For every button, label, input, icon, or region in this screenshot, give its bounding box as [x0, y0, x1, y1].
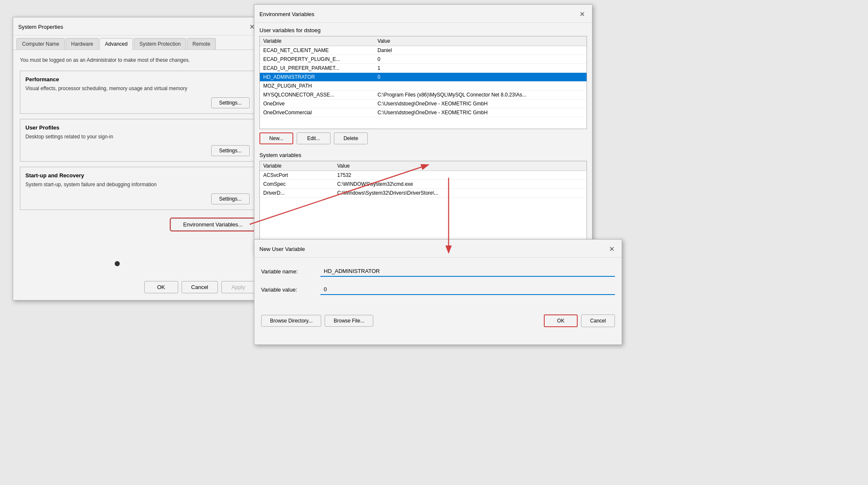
new-var-left-buttons: Browse Directory... Browse File... [261, 315, 373, 327]
tab-advanced[interactable]: Advanced [99, 38, 133, 50]
var-name: MOZ_PLUGIN_PATH [260, 82, 374, 91]
new-var-actions: Browse Directory... Browse File... OK Ca… [254, 311, 622, 331]
sys-vars-label: System variables [254, 148, 592, 161]
user-vars-table: Variable Value ECAD_NET_CLIENT_NAME Dani… [260, 36, 587, 117]
system-properties-window: System Properties ✕ Computer Name Hardwa… [13, 17, 262, 300]
table-row[interactable]: OneDrive C:\Users\dstoeg\OneDrive - XEOM… [260, 99, 587, 108]
tab-system-protection[interactable]: System Protection [134, 38, 186, 50]
var-name: ECAD_UI_PREFER_PARAMET... [260, 64, 374, 73]
var-name: MYSQLCONNECTOR_ASSE... [260, 91, 374, 99]
new-var-title: New User Variable [259, 246, 305, 252]
var-value: 17532 [334, 171, 587, 180]
ok-button[interactable]: OK [144, 281, 178, 293]
variable-value-row: Variable value: [261, 284, 615, 295]
new-var-right-buttons: OK Cancel [544, 314, 615, 327]
table-row[interactable]: ComSpec C:\WINDOWS\system32\cmd.exe [260, 180, 587, 189]
new-var-cancel-btn[interactable]: Cancel [581, 314, 615, 327]
var-value: Daniel [374, 46, 587, 55]
new-user-variable-window: New User Variable ✕ Variable name: Varia… [254, 239, 622, 345]
var-value: 1 [374, 64, 587, 73]
system-properties-content: You must be logged on as an Administrato… [13, 50, 262, 237]
user-vars-col-value: Value [374, 36, 587, 46]
performance-settings-btn[interactable]: Settings... [211, 97, 250, 108]
variable-value-input[interactable] [320, 284, 615, 295]
system-properties-tabs: Computer Name Hardware Advanced System P… [13, 36, 262, 50]
apply-button[interactable]: Apply [221, 281, 255, 293]
performance-title: Performance [25, 76, 250, 83]
browse-directory-btn[interactable]: Browse Directory... [261, 315, 321, 327]
var-value: C:\Users\dstoeg\OneDrive - XEOMETRIC Gmb… [374, 108, 587, 117]
var-name: HD_ADMINISTRATOR [260, 73, 374, 82]
startup-recovery-title: Start-up and Recovery [25, 172, 250, 179]
tab-computer-name[interactable]: Computer Name [17, 38, 65, 50]
var-value: C:\Users\dstoeg\OneDrive - XEOMETRIC Gmb… [374, 99, 587, 108]
system-properties-title: System Properties [18, 24, 63, 30]
var-value: C:\WINDOWS\system32\cmd.exe [334, 180, 587, 189]
environment-variables-window: Environment Variables ✕ User variables f… [254, 4, 592, 254]
new-var-form: Variable name: Variable value: [254, 258, 622, 311]
user-vars-buttons: New... Edit... Delete [254, 129, 592, 148]
var-value: 0 [374, 55, 587, 64]
variable-name-input[interactable] [320, 266, 615, 277]
new-var-ok-btn[interactable]: OK [544, 314, 578, 327]
env-vars-title: Environment Variables [259, 11, 314, 17]
var-value [374, 82, 587, 91]
tab-hardware[interactable]: Hardware [66, 38, 99, 50]
user-vars-label: User variables for dstoeg [254, 23, 592, 36]
new-var-titlebar: New User Variable ✕ [254, 240, 622, 258]
user-profiles-settings-btn[interactable]: Settings... [211, 145, 250, 156]
startup-recovery-section: Start-up and Recovery System start-up, s… [20, 167, 255, 210]
table-row[interactable]: ACSvcPort 17532 [260, 171, 587, 180]
dot-indicator [115, 261, 120, 266]
sys-vars-col-variable: Variable [260, 161, 334, 171]
system-properties-titlebar: System Properties ✕ [13, 17, 262, 36]
cancel-button[interactable]: Cancel [182, 281, 218, 293]
var-name: OneDriveCommercial [260, 108, 374, 117]
startup-recovery-desc: System start-up, system failure and debu… [25, 181, 250, 188]
variable-name-row: Variable name: [261, 266, 615, 277]
user-vars-table-container[interactable]: Variable Value ECAD_NET_CLIENT_NAME Dani… [259, 36, 587, 129]
user-profiles-section: User Profiles Desktop settings related t… [20, 119, 255, 162]
browse-file-btn[interactable]: Browse File... [325, 315, 373, 327]
var-name: ECAD_PROPERTY_PLUGIN_E... [260, 55, 374, 64]
user-vars-new-btn[interactable]: New... [259, 132, 293, 144]
var-value: 0 [374, 73, 587, 82]
variable-name-label: Variable name: [261, 268, 320, 275]
var-name: ComSpec [260, 180, 334, 189]
env-vars-close[interactable]: ✕ [577, 9, 587, 19]
environment-variables-btn[interactable]: Environment Variables... [171, 218, 255, 231]
sys-vars-col-value: Value [334, 161, 587, 171]
table-row[interactable]: MOZ_PLUGIN_PATH [260, 82, 587, 91]
var-name: OneDrive [260, 99, 374, 108]
table-row[interactable]: DriverD... C:\Windows\System32\Drivers\D… [260, 189, 587, 198]
startup-recovery-settings-btn[interactable]: Settings... [211, 193, 250, 204]
user-vars-edit-btn[interactable]: Edit... [297, 132, 331, 144]
sys-vars-table: Variable Value ACSvcPort 17532 ComSpec C… [260, 161, 587, 198]
admin-note: You must be logged on as an Administrato… [20, 57, 255, 64]
user-profiles-desc: Desktop settings related to your sign-in [25, 133, 250, 141]
env-vars-titlebar: Environment Variables ✕ [254, 5, 592, 23]
performance-desc: Visual effects, processor scheduling, me… [25, 85, 250, 92]
table-row[interactable]: ECAD_PROPERTY_PLUGIN_E... 0 [260, 55, 587, 64]
var-name: ACSvcPort [260, 171, 334, 180]
user-vars-delete-btn[interactable]: Delete [334, 132, 368, 144]
user-vars-col-variable: Variable [260, 36, 374, 46]
variable-value-label: Variable value: [261, 287, 320, 293]
tab-remote[interactable]: Remote [187, 38, 216, 50]
var-value: C:\Program Files (x86)\MySQL\MySQL Conne… [374, 91, 587, 99]
table-row[interactable]: ECAD_NET_CLIENT_NAME Daniel [260, 46, 587, 55]
system-properties-actions: OK Cancel Apply [144, 281, 255, 293]
table-row-selected[interactable]: HD_ADMINISTRATOR 0 [260, 73, 587, 82]
table-row[interactable]: ECAD_UI_PREFER_PARAMET... 1 [260, 64, 587, 73]
user-profiles-title: User Profiles [25, 124, 250, 131]
new-var-close[interactable]: ✕ [606, 244, 617, 254]
var-value: C:\Windows\System32\Drivers\DriverStore\… [334, 189, 587, 198]
var-name: DriverD... [260, 189, 334, 198]
performance-section: Performance Visual effects, processor sc… [20, 71, 255, 114]
table-row[interactable]: MYSQLCONNECTOR_ASSE... C:\Program Files … [260, 91, 587, 99]
var-name: ECAD_NET_CLIENT_NAME [260, 46, 374, 55]
table-row[interactable]: OneDriveCommercial C:\Users\dstoeg\OneDr… [260, 108, 587, 117]
